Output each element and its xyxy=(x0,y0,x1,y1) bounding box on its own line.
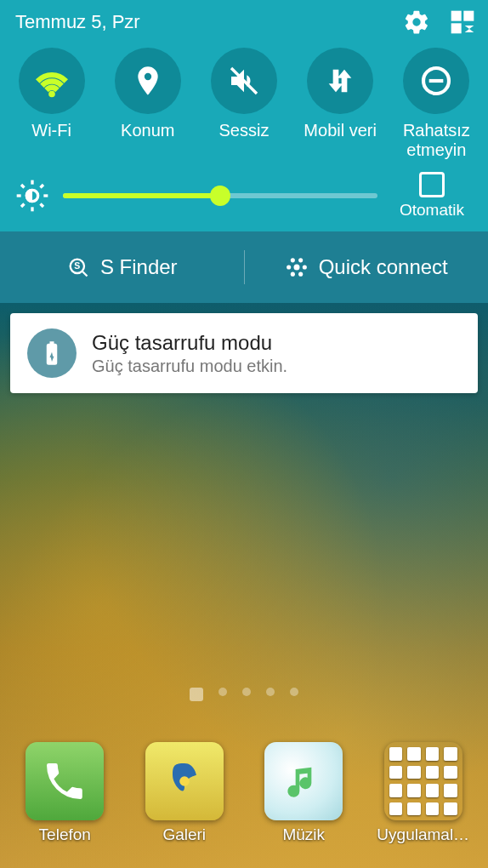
apps-icon xyxy=(384,742,462,820)
music-icon xyxy=(264,742,343,820)
quickconnect-button[interactable]: Quick connect xyxy=(245,255,489,279)
toggle-location[interactable]: Konum xyxy=(102,48,194,160)
dock: TelefonGaleriMüzikUygulamal… xyxy=(0,723,488,868)
svg-text:S: S xyxy=(74,260,80,271)
page-dot[interactable] xyxy=(266,688,275,696)
toggle-mute[interactable]: Sessiz xyxy=(198,48,290,160)
toggle-label: Sessiz xyxy=(219,121,270,160)
dock-app-gallery[interactable]: Galeri xyxy=(128,742,241,844)
svg-point-21 xyxy=(290,258,294,262)
svg-point-19 xyxy=(287,265,291,269)
svg-line-12 xyxy=(41,204,44,208)
dock-app-phone[interactable]: Telefon xyxy=(9,742,121,844)
battery-saver-icon xyxy=(27,328,77,378)
wifi-icon xyxy=(19,48,85,114)
brightness-fill xyxy=(63,193,220,198)
page-dot[interactable] xyxy=(242,688,251,696)
data-icon xyxy=(307,48,373,114)
notification-text: Güç tasarrufu modu Güç tasarrufu modu et… xyxy=(92,331,287,376)
panel-header: Temmuz 5, Pzr xyxy=(0,0,488,41)
auto-brightness-label: Otomatik xyxy=(400,201,464,219)
sfinder-label: S Finder xyxy=(100,255,178,279)
toggle-wifi[interactable]: Wi-Fi xyxy=(6,48,98,160)
svg-line-13 xyxy=(21,204,25,208)
gallery-icon xyxy=(145,742,224,820)
quick-toggle-row: Wi-FiKonumSessizMobil veriRahatsız etmey… xyxy=(0,41,488,165)
notification-title: Güç tasarrufu modu xyxy=(92,331,287,355)
dock-label: Galeri xyxy=(162,825,206,844)
svg-point-23 xyxy=(290,272,294,277)
toggle-dnd[interactable]: Rahatsız etmeyin xyxy=(390,48,482,160)
svg-rect-0 xyxy=(451,11,462,21)
brightness-thumb[interactable] xyxy=(210,186,230,206)
grid-edit-icon[interactable] xyxy=(449,9,476,36)
page-indicator[interactable] xyxy=(0,688,488,701)
auto-brightness[interactable]: Otomatik xyxy=(391,172,473,220)
phone-icon xyxy=(26,742,104,820)
dock-app-music[interactable]: Müzik xyxy=(247,742,360,844)
toggle-label: Mobil veri xyxy=(304,121,377,160)
toggle-label: Konum xyxy=(121,121,174,160)
gear-icon[interactable] xyxy=(403,9,430,36)
page-dot[interactable] xyxy=(218,688,227,696)
action-bar: S S Finder Quick connect xyxy=(0,231,488,303)
svg-point-25 xyxy=(179,776,190,786)
svg-point-24 xyxy=(298,272,303,277)
page-dot[interactable] xyxy=(290,688,298,696)
notification-subtitle: Güç tasarrufu modu etkin. xyxy=(92,357,287,376)
date-text: Temmuz 5, Pzr xyxy=(15,11,140,33)
toggle-data[interactable]: Mobil veri xyxy=(294,48,386,160)
notification-card[interactable]: Güç tasarrufu modu Güç tasarrufu modu et… xyxy=(10,313,478,393)
svg-rect-1 xyxy=(463,11,474,21)
quickconnect-icon xyxy=(285,255,309,279)
svg-line-16 xyxy=(82,271,87,276)
page-dot[interactable] xyxy=(190,688,203,701)
location-icon xyxy=(115,48,181,114)
svg-line-11 xyxy=(21,185,25,188)
toggle-label: Rahatsız etmeyin xyxy=(390,121,482,160)
dock-label: Telefon xyxy=(39,825,91,844)
svg-point-18 xyxy=(293,265,299,271)
svg-rect-2 xyxy=(451,23,462,33)
toggle-label: Wi-Fi xyxy=(31,121,71,160)
sfinder-button[interactable]: S S Finder xyxy=(0,255,244,279)
sfinder-icon: S xyxy=(66,255,90,279)
svg-line-14 xyxy=(41,185,44,188)
svg-point-22 xyxy=(298,258,303,262)
dnd-icon xyxy=(403,48,469,114)
brightness-slider[interactable] xyxy=(63,193,377,198)
quickconnect-label: Quick connect xyxy=(319,255,448,279)
dock-label: Müzik xyxy=(282,825,325,844)
header-actions xyxy=(403,9,476,36)
mute-icon xyxy=(211,48,277,114)
dock-label: Uygulamal… xyxy=(377,825,469,844)
notification-panel: Temmuz 5, Pzr Wi-FiKonumSessizMobil veri… xyxy=(0,0,488,231)
svg-point-20 xyxy=(302,265,306,269)
auto-brightness-checkbox[interactable] xyxy=(419,172,445,197)
brightness-icon xyxy=(15,179,49,213)
dock-app-apps[interactable]: Uygulamal… xyxy=(367,742,479,844)
brightness-row: Otomatik xyxy=(0,165,488,231)
